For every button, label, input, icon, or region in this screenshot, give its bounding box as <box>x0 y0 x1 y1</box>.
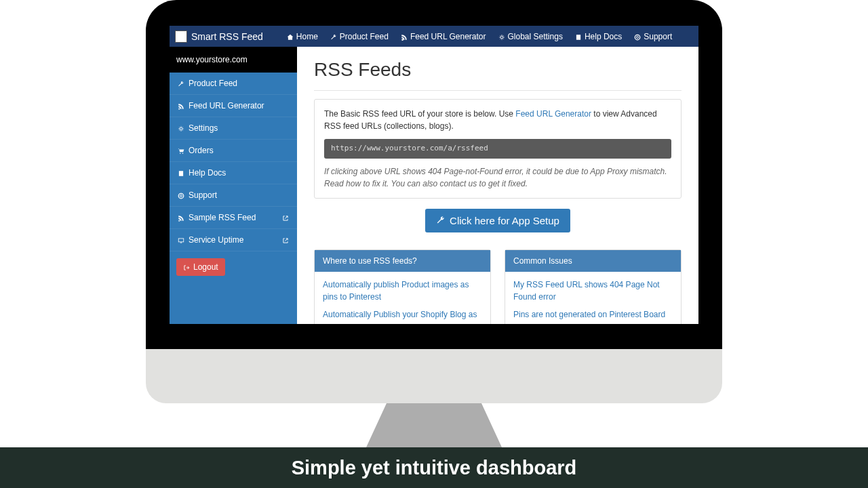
sidebar-label: Orders <box>189 146 214 155</box>
feed-url-generator-link[interactable]: Feed URL Generator <box>515 109 591 119</box>
card-link[interactable]: Automatically Publish your Shopify Blog … <box>323 308 482 321</box>
brand-text: Smart RSS Feed <box>191 31 263 42</box>
sidebar-sample-rss[interactable]: Sample RSS Feed <box>170 207 297 229</box>
svg-point-8 <box>178 193 184 199</box>
svg-point-2 <box>635 35 641 40</box>
sidebar-orders[interactable]: Orders <box>170 140 297 162</box>
rss-icon <box>178 102 184 109</box>
page-title: RSS Feeds <box>314 59 682 81</box>
rss-url-box[interactable]: https://www.yourstore.com/a/rssfeed <box>324 139 671 159</box>
how-to-fix-link[interactable]: how to fix it <box>346 179 387 188</box>
app-setup-button[interactable]: Click here for App Setup <box>425 209 570 232</box>
book-icon <box>178 169 184 176</box>
info-cards: Where to use RSS feeds? Automatically pu… <box>314 249 682 325</box>
body-wrap: www.yourstore.com Product Feed Feed URL … <box>170 47 698 324</box>
monitor-frame: Smart RSS Feed Home Product Feed Feed UR… <box>146 0 722 324</box>
sidebar: www.yourstore.com Product Feed Feed URL … <box>170 47 297 324</box>
brand[interactable]: Smart RSS Feed <box>175 30 263 43</box>
note-text-2: . You can also <box>387 179 440 188</box>
logout-label: Logout <box>193 262 218 272</box>
sidebar-feed-generator[interactable]: Feed URL Generator <box>170 95 297 117</box>
monitor-base <box>146 349 722 403</box>
topnav-label: Product Feed <box>340 32 389 41</box>
monitor-stand <box>366 403 502 447</box>
sidebar-label: Product Feed <box>189 79 237 88</box>
svg-rect-1 <box>576 35 580 40</box>
monitor-bezel-bottom <box>146 324 722 349</box>
home-icon <box>287 33 294 40</box>
topnav-home[interactable]: Home <box>287 32 318 41</box>
top-navbar: Smart RSS Feed Home Product Feed Feed UR… <box>170 26 698 47</box>
monitor-icon <box>178 237 184 243</box>
card-header: Where to use RSS feeds? <box>315 250 490 272</box>
caption-text: Simple yet intuitive dashboard <box>292 457 577 479</box>
topnav-global-settings[interactable]: Global Settings <box>498 32 563 41</box>
card-header: Common Issues <box>505 250 681 272</box>
card-link[interactable]: Pins are not generated on Pinterest Boar… <box>513 308 673 321</box>
topnav-feed-generator[interactable]: Feed URL Generator <box>401 32 486 41</box>
life-ring-icon <box>634 33 641 40</box>
divider <box>314 90 682 91</box>
logout-icon <box>183 264 190 270</box>
topnav-label: Global Settings <box>508 32 563 41</box>
sidebar-label: Help Docs <box>189 168 226 178</box>
svg-point-9 <box>180 195 182 197</box>
card-where-to-use: Where to use RSS feeds? Automatically pu… <box>314 249 491 325</box>
cart-icon <box>178 147 184 154</box>
main-content: RSS Feeds The Basic RSS feed URL of your… <box>297 47 698 324</box>
svg-point-6 <box>182 152 184 154</box>
topnav-label: Support <box>644 32 672 41</box>
rss-icon <box>401 33 408 40</box>
note-text-3: to get it fixed. <box>477 179 528 188</box>
gear-icon <box>498 33 505 40</box>
screen: Smart RSS Feed Home Product Feed Feed UR… <box>170 26 698 324</box>
brand-logo-icon <box>175 30 187 43</box>
setup-button-label: Click here for App Setup <box>450 215 559 226</box>
sidebar-support[interactable]: Support <box>170 184 297 207</box>
sidebar-label: Settings <box>189 123 218 133</box>
store-url: www.yourstore.com <box>170 47 297 73</box>
rss-icon <box>178 214 184 221</box>
sidebar-label: Service Uptime <box>189 235 243 245</box>
sidebar-label: Sample RSS Feed <box>189 213 256 222</box>
svg-point-3 <box>637 36 639 38</box>
card-link[interactable]: Automatically publish Product images as … <box>323 279 482 303</box>
svg-point-0 <box>500 36 503 39</box>
life-ring-icon <box>178 192 184 199</box>
sidebar-label: Feed URL Generator <box>189 101 264 110</box>
gear-icon <box>178 125 184 131</box>
topnav-label: Home <box>296 32 318 41</box>
contact-us-link[interactable]: contact us <box>440 179 477 188</box>
topnav-label: Feed URL Generator <box>410 32 486 41</box>
svg-rect-10 <box>178 239 184 242</box>
sidebar-help-docs[interactable]: Help Docs <box>170 162 297 184</box>
sidebar-label: Support <box>189 190 217 200</box>
topnav-items: Home Product Feed Feed URL Generator Glo… <box>287 32 672 41</box>
topnav-support[interactable]: Support <box>634 32 672 41</box>
info-panel: The Basic RSS feed URL of your store is … <box>314 99 682 199</box>
logout-button[interactable]: Logout <box>176 258 225 276</box>
svg-rect-7 <box>179 171 183 176</box>
svg-point-5 <box>180 152 181 154</box>
setup-button-wrap: Click here for App Setup <box>314 209 682 232</box>
book-icon <box>575 33 582 40</box>
topnav-label: Help Docs <box>585 32 622 41</box>
topnav-product-feed[interactable]: Product Feed <box>330 32 389 41</box>
card-link[interactable]: My RSS Feed URL shows 404 Page Not Found… <box>513 279 673 303</box>
caption-bar: Simple yet intuitive dashboard <box>0 447 868 488</box>
intro-text: The Basic RSS feed URL of your store is … <box>324 109 515 119</box>
card-common-issues: Common Issues My RSS Feed URL shows 404 … <box>505 249 682 325</box>
sidebar-product-feed[interactable]: Product Feed <box>170 73 297 95</box>
wrench-icon <box>436 216 446 225</box>
wrench-icon <box>330 33 337 40</box>
wrench-icon <box>178 80 184 87</box>
topnav-help-docs[interactable]: Help Docs <box>575 32 622 41</box>
svg-point-4 <box>180 127 182 130</box>
external-link-icon <box>282 237 289 243</box>
sidebar-settings[interactable]: Settings <box>170 117 297 140</box>
external-link-icon <box>282 214 289 221</box>
sidebar-service-uptime[interactable]: Service Uptime <box>170 229 297 251</box>
